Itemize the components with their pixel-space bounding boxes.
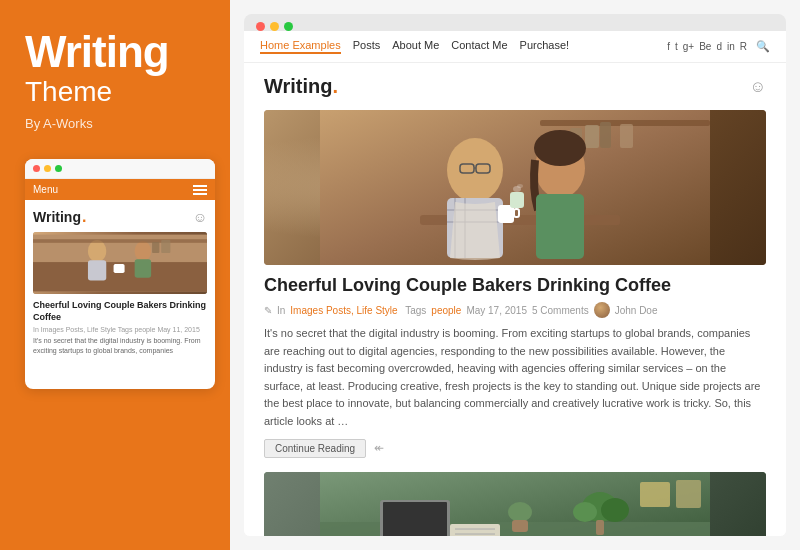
mobile-dot-red (33, 165, 40, 172)
svg-rect-8 (152, 242, 159, 253)
svg-rect-47 (640, 482, 670, 507)
svg-rect-14 (585, 125, 599, 148)
meta-tags-label: Tags (403, 305, 427, 316)
meta-pen-icon: ✎ (264, 305, 272, 316)
mobile-couple-art (33, 232, 207, 294)
svg-rect-27 (498, 205, 514, 223)
mobile-post-excerpt: It's no secret that the digital industry… (33, 336, 207, 356)
right-panel: Home Examples Posts About Me Contact Me … (230, 0, 800, 550)
hamburger-icon[interactable] (193, 185, 207, 195)
search-icon[interactable]: 🔍 (756, 40, 770, 53)
site-nav-links: Home Examples Posts About Me Contact Me … (260, 39, 569, 54)
left-panel: Writing Theme By A-Works Menu Writing. ☺ (0, 0, 230, 550)
second-post-art (264, 472, 766, 536)
svg-rect-7 (33, 239, 207, 243)
featured-post: Cheerful Loving Couple Bakers Drinking C… (264, 110, 766, 458)
svg-point-30 (534, 130, 586, 166)
nav-link-purchase[interactable]: Purchase! (520, 39, 570, 54)
mobile-mockup: Menu Writing. ☺ (25, 159, 215, 389)
mobile-menu-label: Menu (33, 184, 58, 195)
author-avatar (594, 302, 610, 318)
social-behance[interactable]: Be (699, 41, 711, 52)
social-dribbble[interactable]: d (716, 41, 722, 52)
read-more-row: Continue Reading ↞ (264, 439, 766, 458)
site-user-icon[interactable]: ☺ (750, 78, 766, 96)
meta-date: May 17, 2015 (466, 305, 527, 316)
svg-rect-6 (114, 264, 125, 273)
svg-rect-49 (450, 524, 500, 536)
svg-point-42 (573, 502, 597, 522)
mobile-hero-image (33, 232, 207, 294)
mobile-dot-yellow (44, 165, 51, 172)
mobile-post-meta: In Images Posts, Life Style Tags people … (33, 326, 207, 333)
site-content: Writing. ☺ (244, 63, 786, 536)
svg-rect-3 (88, 260, 106, 280)
meta-comments: 5 Comments (532, 305, 589, 316)
svg-rect-44 (596, 520, 604, 535)
meta-in-label: In (277, 305, 285, 316)
featured-image (264, 110, 766, 265)
social-rss[interactable]: R (740, 41, 747, 52)
meta-categories: Images Posts, Life Style (290, 305, 397, 316)
svg-rect-31 (536, 194, 584, 259)
mobile-post-title: Cheerful Loving Couple Bakers Drinking C… (33, 300, 207, 323)
mobile-nav-bar: Menu (25, 179, 215, 200)
svg-rect-39 (383, 502, 447, 536)
site-nav: Home Examples Posts About Me Contact Me … (244, 31, 786, 63)
featured-couple-art (264, 110, 766, 265)
svg-point-18 (447, 138, 503, 202)
featured-post-excerpt: It's no secret that the digital industry… (264, 325, 766, 431)
nav-link-home[interactable]: Home Examples (260, 39, 341, 54)
browser-dot-red (256, 22, 265, 31)
svg-point-45 (508, 502, 532, 522)
svg-rect-32 (510, 192, 524, 208)
social-facebook[interactable]: f (667, 41, 670, 52)
svg-rect-48 (676, 480, 701, 508)
browser-dot-green (284, 22, 293, 31)
browser-chrome (244, 14, 786, 31)
svg-rect-5 (135, 259, 151, 277)
meta-author: John Doe (615, 305, 658, 316)
site-header-row: Writing. ☺ (264, 75, 766, 98)
second-post-image (264, 472, 766, 536)
mobile-content: Writing. ☺ (25, 200, 215, 364)
site-logo: Writing. (264, 75, 338, 98)
theme-title: Writing (25, 30, 169, 74)
svg-point-4 (135, 241, 151, 261)
nav-link-contact[interactable]: Contact Me (451, 39, 507, 54)
site-nav-social: f t g+ Be d in R 🔍 (667, 40, 770, 53)
svg-point-34 (517, 184, 523, 188)
mobile-avatar-icon: ☺ (193, 209, 207, 225)
svg-point-43 (601, 498, 629, 522)
read-more-button[interactable]: Continue Reading (264, 439, 366, 458)
mobile-dot-green (55, 165, 62, 172)
nav-link-posts[interactable]: Posts (353, 39, 381, 54)
svg-rect-15 (600, 122, 611, 148)
theme-subtitle: Theme (25, 76, 112, 108)
svg-point-2 (88, 240, 106, 262)
theme-byline: By A-Works (25, 116, 93, 131)
browser-window: Home Examples Posts About Me Contact Me … (244, 31, 786, 536)
svg-rect-46 (512, 520, 528, 532)
svg-rect-16 (620, 124, 633, 148)
social-twitter[interactable]: t (675, 41, 678, 52)
featured-post-title[interactable]: Cheerful Loving Couple Bakers Drinking C… (264, 275, 766, 296)
nav-link-about[interactable]: About Me (392, 39, 439, 54)
featured-post-meta: ✎ In Images Posts, Life Style Tags peopl… (264, 302, 766, 318)
share-icon[interactable]: ↞ (374, 441, 384, 456)
svg-rect-9 (161, 240, 170, 253)
meta-tags: people (431, 305, 461, 316)
social-gplus[interactable]: g+ (683, 41, 694, 52)
mobile-logo: Writing. ☺ (33, 208, 207, 226)
social-instagram[interactable]: in (727, 41, 735, 52)
mobile-top-bar (25, 159, 215, 179)
browser-dot-yellow (270, 22, 279, 31)
mobile-meta-text: In Images Posts, Life Style Tags people … (33, 326, 200, 333)
